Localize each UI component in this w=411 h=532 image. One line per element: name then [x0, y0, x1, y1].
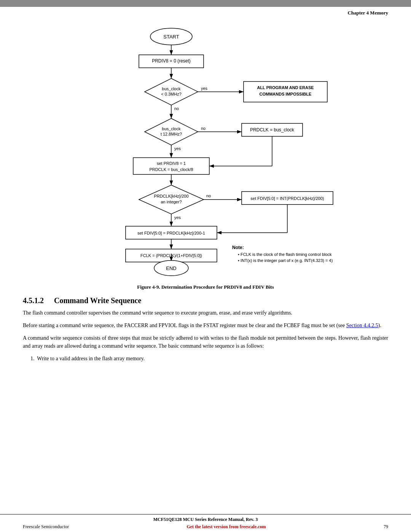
footer-center: MCF51QE128 MCU Series Reference Manual, …	[23, 517, 388, 522]
section-link[interactable]: Section 4.4.2.5	[346, 323, 378, 328]
svg-text:PRDCLK = bus_clock: PRDCLK = bus_clock	[250, 127, 295, 133]
chapter-header: Chapter 4 Memory	[0, 7, 411, 18]
list-item-1: 1. Write to a valid address in the flash…	[0, 355, 411, 363]
svg-text:bus_clock: bus_clock	[162, 86, 181, 91]
svg-text:Note:: Note:	[232, 245, 244, 250]
section-title: Command Write Sequence	[54, 296, 141, 305]
end-oval-svg: END	[68, 254, 342, 276]
svg-text:yes: yes	[201, 86, 208, 91]
footer-bottom: Freescale Semiconductor Get the latest v…	[23, 524, 388, 530]
flowchart-svg: START PRDIV8 = 0 (reset) bus_clock < 0.3…	[68, 21, 342, 265]
svg-text:START: START	[163, 34, 179, 40]
svg-text:set FDIV[5:0] = PRDCLK[kHz]/20: set FDIV[5:0] = PRDCLK[kHz]/200-1	[137, 231, 205, 235]
chapter-label: Chapter 4 Memory	[347, 10, 388, 16]
figure-caption: Figure 4-9. Determination Procedure for …	[0, 284, 411, 290]
svg-text:< 0.3MHz?: < 0.3MHz?	[161, 92, 182, 96]
svg-text:set FDIV[5:0] = INT(PRDCLK[kHz: set FDIV[5:0] = INT(PRDCLK[kHz]/200)	[251, 196, 324, 201]
svg-text:yes: yes	[174, 146, 181, 151]
footer-left: Freescale Semiconductor	[23, 524, 69, 530]
svg-text:PRDCLK = bus_clock/8: PRDCLK = bus_clock/8	[149, 167, 193, 172]
svg-text:set PRDIV8 = 1: set PRDIV8 = 1	[157, 161, 186, 166]
footer-link[interactable]: Get the latest version from freescale.co…	[69, 524, 384, 530]
paragraph-3: A command write sequence consists of thr…	[0, 334, 411, 350]
svg-text:PRDCLK[kHz]/200: PRDCLK[kHz]/200	[154, 194, 188, 198]
svg-rect-26	[133, 158, 209, 174]
section-heading: 4.5.1.2 Command Write Sequence	[0, 296, 411, 305]
top-bar	[0, 0, 411, 7]
svg-text:no: no	[206, 193, 211, 198]
svg-text:yes: yes	[174, 215, 181, 220]
svg-text:no: no	[174, 106, 179, 111]
footer-right: 79	[384, 524, 388, 530]
section-number: 4.5.1.2	[23, 296, 44, 305]
svg-text:an integer?: an integer?	[161, 200, 182, 204]
svg-text:t 12.8MHz?: t 12.8MHz?	[161, 132, 182, 136]
footer: MCF51QE128 MCU Series Reference Manual, …	[0, 514, 411, 532]
svg-text:PRDIV8 = 0 (reset): PRDIV8 = 0 (reset)	[152, 58, 191, 64]
svg-text:COMMANDS IMPOSSIBLE: COMMANDS IMPOSSIBLE	[260, 92, 312, 96]
paragraph-2: Before starting a command write sequence…	[0, 321, 411, 329]
paragraph-1: The flash command controller supervises …	[0, 309, 411, 317]
svg-text:no: no	[201, 126, 206, 131]
svg-text:bus_clock: bus_clock	[162, 126, 181, 131]
svg-text:END: END	[166, 265, 176, 271]
flowchart-container: START PRDIV8 = 0 (reset) bus_clock < 0.3…	[0, 18, 411, 282]
svg-text:ALL PROGRAM AND ERASE: ALL PROGRAM AND ERASE	[257, 85, 314, 90]
